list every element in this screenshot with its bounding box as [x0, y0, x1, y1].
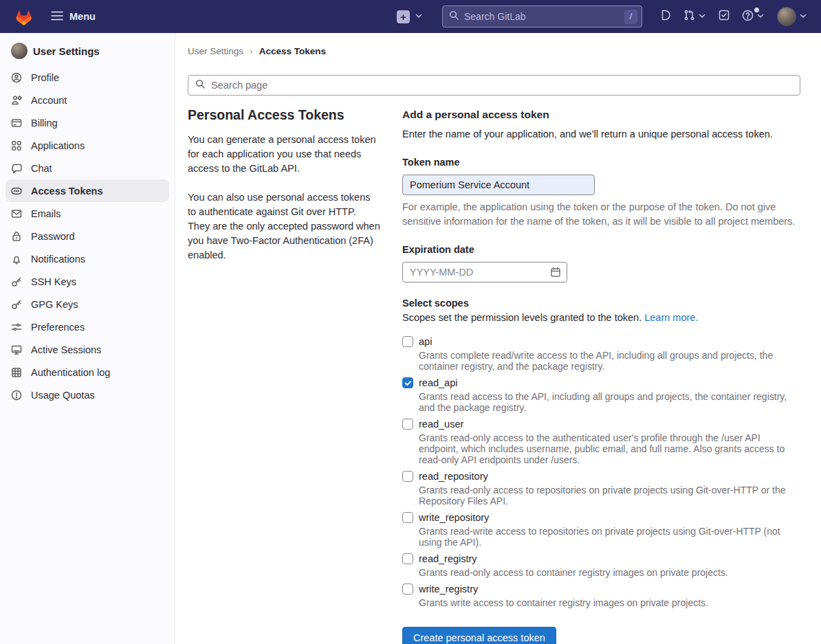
scope-checkbox-read_registry[interactable]	[402, 553, 413, 564]
scope-row-read_repository: read_repositoryGrants read-only access t…	[402, 471, 800, 507]
issues-icon	[660, 10, 671, 23]
sidebar-item-chat[interactable]: Chat	[6, 157, 169, 179]
scope-head-api: api	[402, 336, 800, 347]
sidebar-item-emails[interactable]: Emails	[6, 202, 169, 225]
breadcrumb-user-settings[interactable]: User Settings	[188, 46, 243, 56]
issues-button[interactable]	[656, 5, 675, 27]
ssh-keys-icon	[11, 276, 22, 287]
breadcrumb-access-tokens[interactable]: Access Tokens	[259, 46, 326, 56]
scopes-description-text: Scopes set the permission levels granted…	[402, 312, 642, 323]
scope-checkbox-api[interactable]	[402, 336, 413, 347]
scope-description: Grants write access to container registr…	[419, 597, 800, 608]
help-button[interactable]	[738, 5, 769, 28]
sidebar-item-preferences[interactable]: Preferences	[6, 315, 169, 338]
sidebar-item-authentication-log[interactable]: Authentication log	[6, 361, 169, 384]
password-icon	[11, 231, 22, 242]
scope-checkbox-write_repository[interactable]	[402, 512, 413, 523]
create-token-button[interactable]: Create personal access token	[402, 627, 556, 644]
breadcrumb: User Settings › Access Tokens	[188, 45, 800, 56]
sidebar-item-label: Active Sessions	[31, 344, 101, 355]
scope-label[interactable]: write_registry	[419, 584, 478, 595]
scope-checkbox-write_registry[interactable]	[402, 584, 413, 595]
sidebar-item-access-tokens[interactable]: Access Tokens	[6, 179, 169, 202]
search-icon	[195, 79, 206, 92]
sidebar-item-profile[interactable]: Profile	[6, 66, 169, 89]
active-sessions-icon	[11, 344, 22, 355]
breadcrumb-separator-icon: ›	[250, 45, 253, 56]
scope-head-write_repository: write_repository	[402, 512, 800, 523]
sidebar-item-label: Profile	[31, 72, 59, 83]
scope-description: Grants read-only access to container reg…	[419, 567, 800, 578]
sidebar-item-notifications[interactable]: Notifications	[6, 247, 169, 270]
scope-head-read_api: read_api	[402, 377, 800, 388]
scope-checkbox-read_user[interactable]	[402, 419, 413, 430]
sidebar-title: User Settings	[33, 45, 100, 57]
scope-label[interactable]: write_repository	[419, 512, 489, 523]
scope-checkbox-read_api[interactable]	[402, 377, 413, 388]
expiration-date-input[interactable]	[402, 262, 567, 282]
sidebar-item-label: Authentication log	[31, 367, 110, 378]
navbar-icons	[656, 3, 811, 30]
notifications-icon	[11, 254, 22, 265]
gitlab-logo[interactable]	[7, 3, 33, 30]
page-search-input[interactable]	[211, 80, 793, 91]
new-menu-button[interactable]: +	[397, 10, 423, 23]
scope-head-read_repository: read_repository	[402, 471, 800, 482]
sidebar-item-label: Preferences	[31, 322, 85, 333]
chevron-down-icon	[415, 10, 423, 23]
sidebar-item-usage-quotas[interactable]: Usage Quotas	[6, 384, 169, 406]
scope-description: Grants read-write access to repositories…	[419, 526, 800, 548]
scope-row-write_registry: write_registryGrants write access to con…	[402, 584, 800, 608]
sidebar-item-active-sessions[interactable]: Active Sessions	[6, 338, 169, 361]
chevron-down-icon	[799, 10, 807, 23]
user-menu-button[interactable]	[773, 3, 811, 30]
gpg-keys-icon	[11, 299, 22, 310]
sidebar-item-gpg-keys[interactable]: GPG Keys	[6, 293, 169, 315]
notification-dot	[754, 8, 759, 12]
menu-button[interactable]: Menu	[45, 7, 101, 27]
search-shortcut-key: /	[624, 10, 637, 24]
todos-icon	[719, 10, 730, 23]
scope-description: Grants read-only access to the authentic…	[419, 432, 800, 465]
todos-button[interactable]	[714, 5, 734, 27]
authentication-log-icon	[11, 367, 22, 378]
help-icon	[742, 10, 754, 24]
learn-more-link[interactable]: Learn more.	[644, 312, 698, 323]
scope-description: Grants read-only access to repositories …	[419, 485, 800, 507]
scope-label[interactable]: api	[419, 336, 432, 347]
sidebar-item-billing[interactable]: Billing	[6, 111, 169, 134]
scope-label[interactable]: read_user	[419, 419, 463, 430]
scope-row-read_registry: read_registryGrants read-only access to …	[402, 553, 800, 578]
token-form: Add a personal access token Enter the na…	[402, 107, 800, 644]
scope-description: Grants complete read/write access to the…	[419, 350, 800, 372]
sidebar-item-label: Account	[31, 95, 67, 106]
sidebar-item-label: Applications	[31, 140, 85, 151]
scope-head-read_user: read_user	[402, 419, 800, 430]
page-search[interactable]	[188, 75, 800, 96]
sidebar-item-label: Billing	[31, 118, 58, 129]
sidebar-item-account[interactable]: Account	[6, 89, 169, 111]
global-search-input[interactable]	[464, 11, 620, 22]
profile-icon	[11, 72, 22, 83]
scope-checkbox-read_repository[interactable]	[402, 471, 413, 482]
sidebar-item-label: Notifications	[31, 254, 85, 265]
scope-label[interactable]: read_api	[419, 377, 457, 388]
scope-row-write_repository: write_repositoryGrants read-write access…	[402, 512, 800, 548]
scope-label[interactable]: read_registry	[419, 553, 477, 564]
applications-icon	[11, 140, 22, 151]
sidebar-item-ssh-keys[interactable]: SSH Keys	[6, 270, 169, 293]
sidebar-item-applications[interactable]: Applications	[6, 134, 169, 157]
scope-label[interactable]: read_repository	[419, 471, 488, 482]
chevron-down-icon	[698, 10, 706, 23]
page-title: Personal Access Tokens	[188, 107, 380, 123]
avatar	[11, 43, 28, 59]
merge-request-icon	[683, 10, 695, 23]
global-search[interactable]: /	[442, 5, 642, 27]
sidebar-item-label: Chat	[31, 163, 52, 174]
sidebar-item-password[interactable]: Password	[6, 225, 169, 247]
account-icon	[11, 95, 22, 106]
token-name-input[interactable]	[402, 175, 595, 195]
sidebar-item-label: GPG Keys	[31, 299, 78, 310]
merge-requests-button[interactable]	[679, 5, 710, 27]
sidebar-item-label: Password	[31, 231, 75, 242]
